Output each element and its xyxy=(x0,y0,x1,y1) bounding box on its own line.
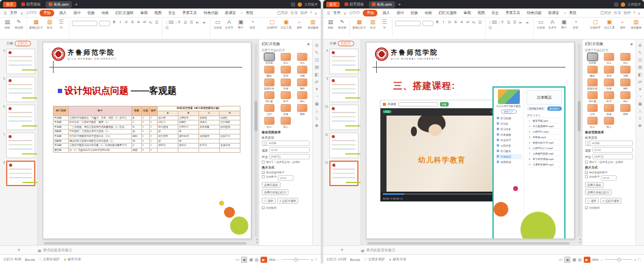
sidebar-tool-icon[interactable]: ⚙ xyxy=(638,43,642,47)
missing-font-status[interactable]: 缺失字体 xyxy=(393,257,406,261)
task-row[interactable]: 5班级活动方式.mp4 xyxy=(527,140,562,145)
home-tab[interactable]: 首页 xyxy=(326,2,340,7)
toolbar-button[interactable]: ▥版式 xyxy=(45,19,55,29)
font-size-input[interactable] xyxy=(422,21,433,26)
menu-item[interactable]: 雨课堂 xyxy=(223,10,237,16)
task-row[interactable]: 1教学目标.pptx xyxy=(527,118,562,123)
search-icon[interactable]: ⌕ xyxy=(564,11,565,15)
help-button[interactable]: ? xyxy=(633,11,635,15)
slide-thumbnail[interactable]: 4 xyxy=(1,49,35,74)
paragraph-icon[interactable]: ≡ xyxy=(177,20,182,24)
sidebar-tool-icon[interactable]: ⚙ xyxy=(315,43,318,47)
new-tab-button[interactable]: + xyxy=(398,2,401,7)
transition-effect[interactable]: 插入 xyxy=(278,117,293,128)
format-icon[interactable]: B xyxy=(112,20,117,24)
toolbar-button[interactable]: ▢文档助手 xyxy=(590,19,601,29)
auto-advance-time[interactable]: 00:00 xyxy=(278,175,293,181)
menu-item[interactable]: 审阅 xyxy=(138,10,149,16)
font-name-input[interactable] xyxy=(395,21,421,26)
toolbar-button[interactable]: ▭文本框 xyxy=(536,19,546,29)
task-row[interactable]: 6小班理论(二).mp4 xyxy=(527,145,562,151)
format-icon[interactable]: S xyxy=(453,20,458,24)
format-icon[interactable]: ☲ xyxy=(478,20,483,24)
sidebar-tool-icon[interactable]: ✦ xyxy=(639,87,642,91)
menu-item[interactable]: 动画 xyxy=(422,10,433,16)
file-menu[interactable]: 文件 xyxy=(333,10,340,16)
sidebar-tool-icon[interactable]: ⌂ xyxy=(639,109,641,113)
task-row[interactable]: 8基于科学领域.mp4 xyxy=(527,156,562,162)
transition-effect[interactable]: 擦除 xyxy=(585,66,600,77)
menu-item[interactable]: 设计 xyxy=(71,10,82,16)
apply-to-master-button[interactable]: 应用于母版 xyxy=(262,182,281,188)
fit-slide-button[interactable]: ⛶ xyxy=(315,257,317,262)
format-icon[interactable]: S xyxy=(130,20,135,24)
close-icon[interactable]: ✕ xyxy=(307,42,310,46)
format-icon[interactable]: A xyxy=(460,20,464,24)
course-menu-item[interactable]: 问卷测验 xyxy=(495,132,522,137)
outline-tab[interactable]: 大纲 xyxy=(6,41,13,46)
toolbar-button[interactable]: ▦新建幻灯片 xyxy=(29,19,43,29)
transition-effect[interactable]: 溶解 xyxy=(618,66,633,77)
menu-item[interactable]: 切换 xyxy=(85,10,96,16)
search-button[interactable]: 搜索 xyxy=(440,102,449,106)
course-tab[interactable]: 数据统计 xyxy=(547,106,562,111)
course-menu-item[interactable]: 学习指南 xyxy=(495,116,522,121)
transition-effect[interactable]: 分割 xyxy=(585,104,600,116)
slide-thumbnail[interactable]: 6 xyxy=(1,105,35,130)
new-slide-button[interactable]: + xyxy=(323,247,361,253)
toolbar-button[interactable]: ▥选择窗格 xyxy=(631,19,642,29)
menu-item[interactable]: 审阅 xyxy=(461,10,472,16)
menu-item[interactable]: 安全 xyxy=(489,10,500,16)
zoom-out-button[interactable]: − xyxy=(278,258,279,262)
new-tab-button[interactable]: + xyxy=(75,2,78,7)
paragraph-icon[interactable]: ☴ xyxy=(513,20,517,24)
sidebar-tool-icon[interactable]: ⇩ xyxy=(315,116,319,120)
slide-12[interactable]: 齐鲁师范学院 QILU NORMAL UNIVERSITY 三、搭建课程: 搜课… xyxy=(366,42,575,239)
auto-advance-time[interactable]: 00:00 xyxy=(601,175,617,181)
slide-thumbnail[interactable]: 10 xyxy=(324,105,359,130)
menu-item[interactable]: 插入 xyxy=(380,10,391,16)
menu-item[interactable]: 插入 xyxy=(57,10,68,16)
transition-effect[interactable]: 无切换 xyxy=(262,53,276,64)
paragraph-icon[interactable]: ⇥ xyxy=(201,20,206,24)
course-menu-item[interactable]: 学情跟踪 xyxy=(495,154,522,159)
slide-8[interactable]: 齐鲁师范学院 QILU NORMAL UNIVERSITY 设计知识点问题 ——… xyxy=(43,42,251,239)
loop-checkbox[interactable] xyxy=(262,161,265,164)
format-icon[interactable]: x² xyxy=(142,20,147,24)
zoom-level[interactable]: 94% xyxy=(592,258,599,262)
zoom-slider-handle[interactable] xyxy=(294,258,298,262)
paragraph-icon[interactable]: ☱ xyxy=(506,20,511,24)
question-table[interactable]: 题目类型 题干 答案 分值 难度 选项/填空答案【题干选项答案均正确】 A B … xyxy=(53,106,240,153)
sound-select[interactable]: [无声音] xyxy=(269,154,310,159)
menu-item[interactable]: 特色功能 xyxy=(525,10,543,16)
protect-status[interactable]: 文档未保护 xyxy=(368,257,385,261)
sidebar-tool-icon[interactable]: ✚ xyxy=(639,123,642,128)
course-menu-item[interactable]: 讨论区 xyxy=(495,121,522,127)
video-screenshot[interactable]: 搜课网 搜索 目录 1080P 幼儿科学教育 xyxy=(380,100,504,202)
toolbar-button[interactable]: ▢文档助手 xyxy=(267,19,278,29)
toolbar-button[interactable]: A艺术字 xyxy=(225,19,234,29)
toolbar-button[interactable]: ✎格式刷 xyxy=(337,19,347,29)
reading-view-icon[interactable]: ▥ xyxy=(255,257,259,262)
transition-effect[interactable]: 推出 xyxy=(585,117,600,128)
slide-thumbnail[interactable]: 5 xyxy=(1,77,35,102)
toolbar-button[interactable]: ⌕播放 xyxy=(295,19,304,29)
transition-effect[interactable]: 淡出 xyxy=(278,53,293,64)
task-row[interactable]: 9儿童科学探究.mp4 xyxy=(527,162,562,167)
horizontal-scrollbar[interactable] xyxy=(44,242,247,245)
toolbar-button[interactable]: A艺术字 xyxy=(548,19,558,29)
slide-sorter-icon[interactable]: ▦ xyxy=(572,257,576,262)
slide-thumbnail[interactable]: 8 xyxy=(1,161,35,186)
share-button[interactable]: 分享 xyxy=(614,10,621,16)
slideshow-button[interactable]: ▶ xyxy=(261,257,267,263)
toolbar-button[interactable]: ▤粘贴 xyxy=(326,19,335,29)
scroll-arrows[interactable]: ∧∨ xyxy=(256,238,258,244)
slideshow-play-button[interactable]: ✦ 幻灯片播放 xyxy=(600,198,622,204)
sidebar-tool-icon[interactable]: ☷ xyxy=(638,58,642,62)
menu-item[interactable]: 幻灯片放映 xyxy=(436,10,458,16)
sidebar-tool-icon[interactable]: ◔ xyxy=(315,94,318,99)
toolbar-button[interactable]: ▣演示工具 xyxy=(604,19,615,29)
search-input[interactable] xyxy=(398,102,438,106)
fit-slide-button[interactable]: ⛶ xyxy=(638,257,640,262)
sidebar-tool-icon[interactable]: ▤ xyxy=(315,65,319,69)
